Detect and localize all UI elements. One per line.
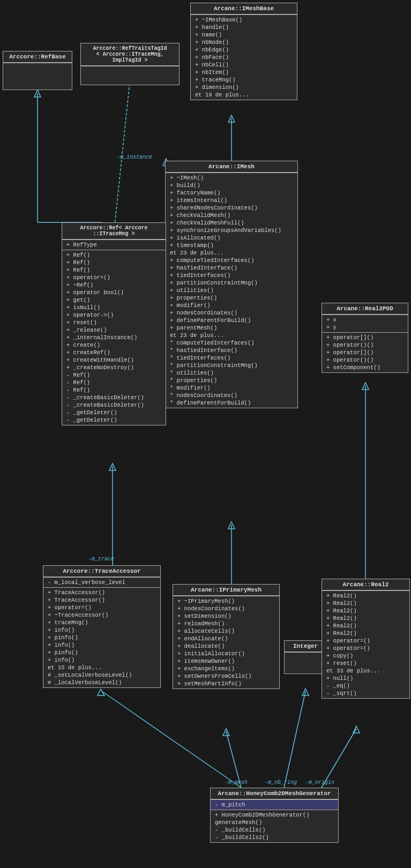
row-real2-4: + Real2() xyxy=(325,622,406,630)
row-imeshbase-8: + traceMng() xyxy=(194,76,294,84)
row-real2-9: + reset() xyxy=(325,660,406,667)
row-ref-21: - _getDeleter() xyxy=(65,409,162,416)
row-imesh-19: + defineParentForBuild() xyxy=(169,317,294,324)
row-real2pod-4: + setComponent() xyxy=(325,364,405,371)
box-imeshbase: Arcane::IMeshBase + ~IMeshBase() + handl… xyxy=(190,3,297,100)
svg-line-21 xyxy=(102,691,241,788)
svg-marker-22 xyxy=(98,689,104,695)
row-imesh-4: + sharedNodesCoordinates() xyxy=(169,204,294,212)
row-trace-7: + info() xyxy=(47,641,157,649)
row-imesh-11: + computeTiedInterfaces() xyxy=(169,257,294,264)
row-real2pod-0: + operator[]() xyxy=(325,334,405,341)
row-imesh-17: + modifier() xyxy=(169,302,294,309)
row-trace-1: + TraceAccessor() xyxy=(47,596,157,604)
row-real2-1: + Real2() xyxy=(325,600,406,607)
svg-marker-4 xyxy=(34,90,41,97)
title-traceaccessor: Arccore::TraceAccessor xyxy=(43,566,160,577)
row-imesh-20: + parentMesh() xyxy=(169,324,294,332)
title-arccore-ref: Arccore::Ref< Arccore ::ITraceMng > xyxy=(62,223,166,240)
row-real2pod-1: + operator()() xyxy=(325,341,405,349)
svg-marker-16 xyxy=(223,729,229,736)
row-imesh-18: + nodesCoordinates() xyxy=(169,309,294,317)
row-imeshbase-10: et 19 de plus... xyxy=(194,91,294,99)
box-reftraitstag: Arccore::RefTraitsTagId < Arccore::ITrac… xyxy=(80,43,180,85)
row-trace-2: + operator=() xyxy=(47,604,157,611)
row-ref-reftype: + RefType xyxy=(65,241,162,249)
title-reftraitstag: Arccore::RefTraitsTagId < Arccore::ITrac… xyxy=(81,43,179,66)
row-real2-7: + operator=() xyxy=(325,645,406,652)
row-ref-8: + operator->() xyxy=(65,311,162,319)
box-integer: Integer xyxy=(284,640,327,674)
row-ref-13: + createRef() xyxy=(65,349,162,356)
row-ref-10: + _release() xyxy=(65,326,162,334)
section-honeycomb-methods: + HoneyComb2DMeshGenerator() generateMes… xyxy=(211,810,338,842)
row-imeshbase-4: + nbEdge() xyxy=(194,46,294,54)
row-imesh-26: * utilities() xyxy=(169,369,294,377)
section-integer xyxy=(285,652,326,674)
row-ref-11: + _internalInstance() xyxy=(65,334,162,341)
label-m-trace: -m_trace xyxy=(88,556,114,562)
box-refbase: Arccore::RefBase xyxy=(3,51,72,90)
box-iprimarymesh: Arcane::IPrimaryMesh + ~IPrimaryMesh() +… xyxy=(173,584,280,689)
row-honeycomb-0: + HoneyComb2DMeshGenerator() xyxy=(214,811,335,819)
row-ref-5: + operator bool() xyxy=(65,289,162,296)
row-iprimary-9: + exchangeItems() xyxy=(176,665,276,672)
row-iprimary-3: + reloadMesh() xyxy=(176,620,276,627)
row-real2-13: - _sqrt() xyxy=(325,690,406,697)
row-real2-6: + operator=() xyxy=(325,637,406,645)
row-iprimary-8: + itemsNewOwner() xyxy=(176,657,276,665)
section-imeshbase-methods: + ~IMeshBase() + handle() + name() + nbN… xyxy=(191,14,297,100)
row-real2-8: + copy() xyxy=(325,652,406,660)
arrows-svg xyxy=(0,0,411,868)
title-honeycomb: Arcane::HoneyComb2DMeshGenerator xyxy=(211,788,338,799)
row-ref-16: - Ref() xyxy=(65,371,162,379)
row-imesh-21: et 23 de plus... xyxy=(169,332,294,339)
row-real2pod-2: + operator[]() xyxy=(325,349,405,356)
svg-line-19 xyxy=(322,729,356,788)
svg-marker-1 xyxy=(228,115,235,122)
section-iprimary-methods: + ~IPrimaryMesh() + nodesCoordinates() +… xyxy=(173,596,279,689)
row-ref-7: + isNull() xyxy=(65,304,162,311)
title-real2: Arcane::Real2 xyxy=(322,579,409,590)
section-imesh-methods: + ~IMesh() + build() + factoryName() + i… xyxy=(166,173,297,408)
row-ref-17: - Ref() xyxy=(65,379,162,386)
row-honeycomb-2: - _buildCells() xyxy=(214,826,335,834)
row-imeshbase-9: + dimension() xyxy=(194,84,294,91)
row-trace-10: et 15 de plus... xyxy=(47,664,157,671)
section-real2-methods: + Real2() + Real2() + Real2() + Real2() … xyxy=(322,590,409,698)
row-iprimary-0: + ~IPrimaryMesh() xyxy=(176,597,276,605)
box-real2pod: Arcane::Real2POD + x + y + operator[]() … xyxy=(322,303,408,373)
row-ref-1: + Ref() xyxy=(65,259,162,266)
row-imesh-9: + timestamp() xyxy=(169,242,294,249)
row-ref-9: + reset() xyxy=(65,319,162,326)
row-imesh-14: + partitionConstraintMng() xyxy=(169,279,294,287)
row-trace-8: + pinfo() xyxy=(47,649,157,656)
row-ref-15: + _createNoDestroy() xyxy=(65,364,162,371)
row-trace-9: + info() xyxy=(47,656,157,664)
row-imesh-15: + utilities() xyxy=(169,287,294,294)
row-trace-3: + ~TraceAccessor() xyxy=(47,611,157,619)
row-imeshbase-6: + nbCell() xyxy=(194,61,294,69)
row-ref-3: + operator=() xyxy=(65,274,162,281)
row-imesh-1: + build() xyxy=(169,182,294,189)
row-ref-19: - _createBasicDeleter() xyxy=(65,394,162,401)
row-real2-2: + Real2() xyxy=(325,607,406,615)
row-trace-6: + pinfo() xyxy=(47,634,157,641)
row-imesh-27: * properties() xyxy=(169,377,294,384)
row-imeshbase-5: + nbFace() xyxy=(194,54,294,61)
title-imesh: Arcane::IMesh xyxy=(166,161,297,173)
row-trace-verbose: - m_local_verbose_level xyxy=(47,579,157,586)
row-ref-22: - _getDeleter() xyxy=(65,416,162,424)
row-real2pod-y: + y xyxy=(325,324,405,331)
section-honeycomb-fields: - m_pitch xyxy=(211,799,338,810)
section-trace-fields: - m_local_verbose_level xyxy=(43,577,160,587)
label-m-instance: -m_instance xyxy=(117,154,152,160)
row-real2-12: - _eq() xyxy=(325,682,406,690)
section-ref-reftype: + RefType xyxy=(62,240,166,250)
section-real2pod-ops: + operator[]() + operator()() + operator… xyxy=(322,332,408,372)
section-trace-methods: + TraceAccessor() + TraceAccessor() + op… xyxy=(43,587,160,687)
box-real2: Arcane::Real2 + Real2() + Real2() + Real… xyxy=(322,579,410,699)
row-ref-12: + create() xyxy=(65,341,162,349)
title-integer: Integer xyxy=(285,641,326,652)
row-imesh-24: * tiedInterfaces() xyxy=(169,354,294,362)
